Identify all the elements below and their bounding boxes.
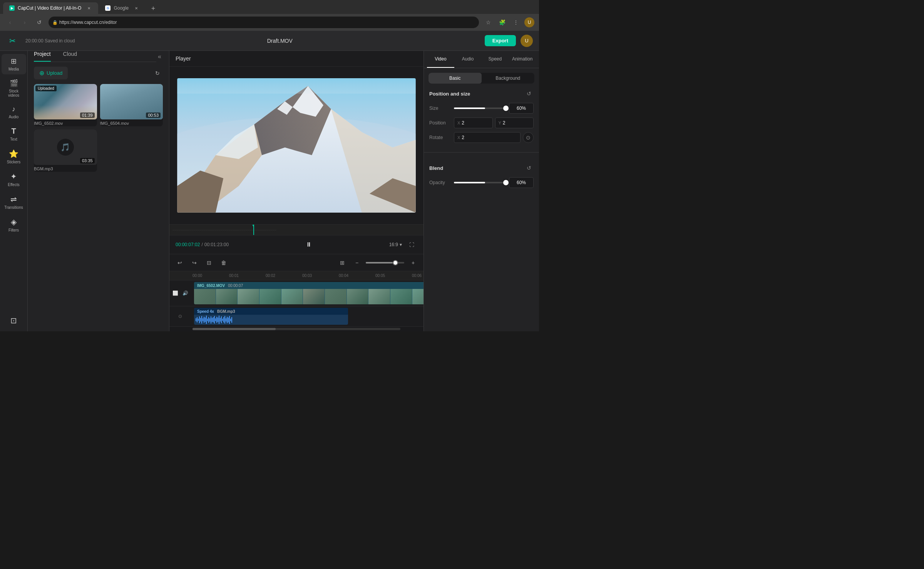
reload-button[interactable]: ↺: [34, 17, 45, 28]
wave-30: [229, 316, 230, 324]
video-player[interactable]: [177, 78, 416, 213]
undo-button[interactable]: ↩: [174, 257, 186, 269]
tab-project[interactable]: Project: [34, 51, 51, 62]
browser-toolbar: ‹ › ↺ 🔒 ☆ 🧩 ⋮ U: [0, 14, 539, 31]
media-thumb-vid2: 00:53: [100, 84, 163, 119]
sidebar-label-media: Media: [8, 67, 19, 71]
position-y-field[interactable]: Y 2: [495, 117, 534, 128]
ruler-05: 00:05: [375, 274, 412, 278]
audio-track-content: Speed 4x BGM.mp3: [191, 306, 424, 326]
blend-reset[interactable]: ↺: [524, 163, 534, 173]
position-size-reset[interactable]: ↺: [524, 89, 534, 98]
opacity-slider[interactable]: [454, 182, 506, 183]
grid-view-button[interactable]: ⊞: [336, 257, 348, 269]
delete-button[interactable]: 🗑: [218, 257, 229, 269]
ruler-01: 00:01: [229, 274, 266, 278]
redo-button[interactable]: ↪: [189, 257, 200, 269]
split-button[interactable]: ⊟: [203, 257, 215, 269]
browser-tabs: ▶ CapCut | Video Editor | All-In-O ✕ G G…: [0, 0, 539, 14]
back-button[interactable]: ‹: [5, 17, 15, 28]
browser-tab-capcut[interactable]: ▶ CapCut | Video Editor | All-In-O ✕: [3, 2, 98, 14]
video-track-audio-icon[interactable]: 🔊: [181, 289, 189, 297]
extensions-icon[interactable]: 🧩: [497, 17, 507, 28]
capcut-tab-close[interactable]: ✕: [86, 5, 92, 11]
media-item-vid2[interactable]: 00:53 IMG_6504.mov: [100, 84, 163, 126]
ruler-00: 00:00: [192, 274, 229, 278]
zoom-slider-thumb[interactable]: [393, 260, 398, 265]
audio-track-speed-icon[interactable]: ⊙: [176, 312, 184, 321]
sidebar-label-stock: Stock videos: [3, 89, 25, 97]
video-clip[interactable]: IMG_6502.MOV 00:00:07: [194, 282, 424, 304]
video-track-camera-icon[interactable]: ⬜: [171, 289, 179, 297]
export-button[interactable]: Export: [485, 35, 516, 46]
sidebar-item-transitions[interactable]: ⇌ Transitions: [2, 191, 26, 213]
bookmark-icon[interactable]: ☆: [483, 17, 494, 28]
header-title: Draft.MOV: [75, 38, 485, 44]
opacity-slider-thumb[interactable]: [503, 180, 509, 185]
tab-cloud[interactable]: Cloud: [63, 51, 77, 62]
video-clip-header: IMG_6502.MOV 00:00:07: [194, 282, 424, 289]
right-tab-video[interactable]: Video: [427, 51, 454, 68]
size-slider-thumb[interactable]: [503, 106, 509, 111]
sidebar-item-audio[interactable]: ♪ Audio: [2, 102, 26, 122]
google-tab-close[interactable]: ✕: [133, 5, 139, 11]
position-x-field[interactable]: X 2: [454, 117, 493, 128]
sub-tab-basic[interactable]: Basic: [429, 73, 482, 84]
wave-3: [198, 319, 199, 321]
capcut-favicon: ▶: [9, 5, 15, 11]
sidebar-item-stock[interactable]: 🎬 Stock videos: [2, 76, 26, 101]
upload-label: Upload: [47, 70, 62, 76]
stickers-icon: ⭐: [9, 149, 18, 158]
zoom-in-button[interactable]: +: [407, 257, 419, 269]
media-panel: Project Cloud « ⊕ Upload ↻: [28, 51, 169, 331]
wave-9: [205, 317, 206, 322]
sidebar-item-text[interactable]: T Text: [2, 124, 26, 144]
sidebar-item-effects[interactable]: ✦ Effects: [2, 169, 26, 190]
size-slider[interactable]: [454, 107, 506, 109]
scrollbar-track[interactable]: [192, 328, 400, 330]
media-item-aud1[interactable]: 🎵 03:35 BGM.mp3: [34, 129, 97, 172]
sidebar-item-media[interactable]: ⊞ Media: [2, 54, 26, 74]
sidebar-item-captions[interactable]: ⊡: [2, 313, 26, 328]
media-item-vid1[interactable]: Uploaded 01:39 IMG_6502.mov: [34, 84, 97, 126]
zoom-slider[interactable]: [366, 262, 404, 264]
frame-11: [412, 289, 424, 304]
new-tab-button[interactable]: +: [148, 3, 159, 14]
rotate-x-field[interactable]: X 2: [454, 132, 521, 143]
sidebar-item-filters[interactable]: ◈ Filters: [2, 214, 26, 235]
refresh-button[interactable]: ↻: [152, 68, 163, 79]
browser-tab-google[interactable]: G Google ✕: [99, 2, 146, 14]
audio-track-row: ⊙ Speed 4x BGM.mp3: [169, 306, 424, 327]
timeline-scrubber[interactable]: ········································…: [169, 224, 424, 235]
wave-20: [218, 317, 218, 322]
wave-27: [226, 318, 226, 322]
right-tab-speed[interactable]: Speed: [482, 51, 509, 68]
user-avatar[interactable]: U: [521, 35, 533, 47]
fullscreen-button[interactable]: ⛶: [407, 239, 417, 250]
forward-button[interactable]: ›: [19, 17, 30, 28]
browser-menu-icon[interactable]: ⋮: [511, 17, 521, 28]
aspect-ratio-selector[interactable]: 16:9 ▾: [389, 242, 402, 247]
audio-track-controls: ⊙: [169, 312, 191, 321]
upload-button[interactable]: ⊕ Upload: [34, 67, 68, 79]
right-tab-audio[interactable]: Audio: [454, 51, 482, 68]
address-input[interactable]: [49, 17, 479, 28]
effects-icon: ✦: [10, 172, 17, 181]
sub-tab-background[interactable]: Background: [482, 73, 535, 84]
opacity-value[interactable]: 60%: [509, 177, 534, 188]
frame-7: [325, 289, 347, 304]
collapse-panel-button[interactable]: «: [156, 52, 163, 62]
browser-user-avatar[interactable]: U: [524, 17, 534, 27]
right-panel-tabs: Video Audio Speed Animation: [424, 51, 539, 68]
size-label: Size: [429, 106, 451, 111]
right-tab-animation[interactable]: Animation: [509, 51, 536, 68]
sidebar-item-stickers[interactable]: ⭐ Stickers: [2, 146, 26, 167]
scrollbar-thumb[interactable]: [192, 328, 276, 330]
pause-button[interactable]: ⏸: [303, 238, 315, 251]
zoom-out-button[interactable]: −: [351, 257, 363, 269]
audio-clip[interactable]: Speed 4x BGM.mp3: [194, 308, 348, 325]
wave-28: [227, 317, 228, 323]
frame-6: [303, 289, 325, 304]
rotate-dial[interactable]: ⊙: [523, 132, 534, 143]
size-value[interactable]: 60%: [509, 103, 534, 114]
